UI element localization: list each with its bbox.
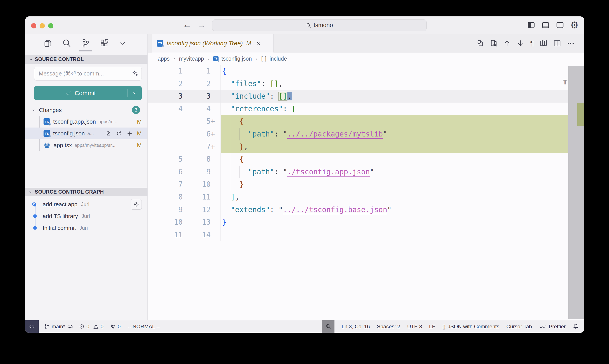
breadcrumb-item[interactable]: apps	[158, 56, 169, 62]
old-line-number[interactable]: 1	[148, 65, 183, 78]
code-line[interactable]: 6+ "path": "../../packages/mytslib"	[148, 128, 568, 141]
code-content[interactable]: {	[220, 115, 568, 128]
code-line[interactable]: 5+ {	[148, 115, 568, 128]
cursor-tab-indicator[interactable]: Cursor Tab	[506, 324, 532, 330]
tab-tsconfig-working-tree[interactable]: TS⚙ tsconfig.json (Working Tree) M	[152, 34, 274, 52]
breadcrumb-item[interactable]: tsconfig.json	[221, 56, 252, 62]
new-line-number[interactable]: 1	[183, 65, 211, 78]
code-content[interactable]: "include": [],	[220, 90, 568, 103]
eol[interactable]: LF	[429, 324, 435, 330]
close-tab-icon[interactable]	[256, 40, 261, 46]
changed-file-row-selected[interactable]: TS⚙ tsconfig.json a... M	[25, 128, 147, 139]
scrollbar[interactable]	[568, 65, 584, 320]
code-line[interactable]: 69 "path": "./tsconfig.app.json"	[148, 166, 568, 178]
new-line-number[interactable]: 9	[183, 166, 211, 178]
remote-indicator[interactable]	[25, 320, 39, 333]
new-line-number[interactable]: 13	[183, 216, 211, 229]
encoding[interactable]: UTF-8	[407, 324, 422, 330]
discard-changes-icon[interactable]	[116, 130, 122, 136]
code-content[interactable]: "references": [	[220, 103, 568, 115]
toggle-secondary-sidebar-icon[interactable]	[556, 21, 564, 29]
old-line-number[interactable]: 3	[148, 90, 183, 103]
new-line-number[interactable]: 3	[183, 90, 211, 103]
cursor-position[interactable]: Ln 3, Col 16	[341, 324, 370, 330]
code-line[interactable]: 7+ },	[148, 141, 568, 153]
old-line-number[interactable]	[148, 115, 183, 128]
changed-file-row[interactable]: TS⚙ tsconfig.app.json apps/m... M	[25, 116, 147, 128]
new-line-number[interactable]: 5+	[183, 115, 211, 128]
commit-row[interactable]: Initial commit Juri	[25, 222, 147, 234]
whitespace-toggle-icon[interactable]: ¶	[530, 40, 534, 47]
formatter-indicator[interactable]: Prettier	[539, 324, 566, 330]
indentation[interactable]: Spaces: 2	[377, 324, 400, 330]
old-line-number[interactable]: 4	[148, 103, 183, 115]
source-control-graph-header[interactable]: SOURCE CONTROL GRAPH	[25, 188, 147, 196]
new-line-number[interactable]: 10	[183, 178, 211, 191]
code-line[interactable]: 912 "extends": "../../tsconfig.base.json…	[148, 203, 568, 216]
minimize-window-button[interactable]	[39, 23, 45, 28]
search-view-icon[interactable]	[62, 39, 72, 48]
more-actions-icon[interactable]	[567, 39, 575, 47]
code-line[interactable]: 1114	[148, 229, 568, 241]
commit-dropdown-button[interactable]	[128, 91, 142, 96]
old-line-number[interactable]: 8	[148, 191, 183, 203]
code-content[interactable]: }	[220, 216, 568, 229]
changed-file-row[interactable]: app.tsx apps/myviteapp/sr... M	[25, 139, 147, 151]
maximize-window-button[interactable]	[48, 23, 53, 28]
zoom-indicator[interactable]	[322, 320, 335, 333]
new-line-number[interactable]: 7+	[183, 141, 211, 153]
old-line-number[interactable]: 9	[148, 203, 183, 216]
open-changes-icon[interactable]	[476, 39, 484, 47]
extensions-icon[interactable]	[100, 39, 109, 48]
new-line-number[interactable]: 8	[183, 153, 211, 166]
code-content[interactable]: ],	[220, 191, 568, 203]
ports-indicator[interactable]: 0	[110, 324, 120, 330]
old-line-number[interactable]: 11	[148, 229, 183, 241]
code-line[interactable]: 1013}	[148, 216, 568, 229]
old-line-number[interactable]: 7	[148, 178, 183, 191]
more-views-chevron-icon[interactable]	[118, 39, 127, 48]
navigate-back-icon[interactable]: ←	[183, 20, 191, 30]
source-control-section-header[interactable]: SOURCE CONTROL	[25, 55, 147, 64]
old-line-number[interactable]	[148, 141, 183, 153]
vim-mode-indicator[interactable]: -- NORMAL --	[128, 324, 160, 330]
changes-header[interactable]: Changes 3	[25, 105, 147, 115]
notifications-bell-icon[interactable]	[573, 324, 579, 329]
open-file-icon[interactable]	[105, 130, 111, 136]
next-change-icon[interactable]	[517, 39, 525, 47]
code-content[interactable]: "path": "../../packages/mytslib"	[220, 128, 568, 141]
language-mode[interactable]: {}JSON with Comments	[442, 324, 499, 330]
sparkle-icon[interactable]	[132, 70, 139, 77]
close-window-button[interactable]	[31, 23, 36, 28]
code-line[interactable]: 44 "references": [	[148, 103, 568, 115]
old-line-number[interactable]	[148, 128, 183, 141]
code-content[interactable]: {	[220, 65, 568, 78]
commit-row[interactable]: add react app Juri	[25, 198, 147, 210]
goto-current-history-item-button[interactable]	[131, 199, 142, 209]
inline-view-toggle-icon[interactable]	[490, 39, 497, 47]
new-line-number[interactable]: 11	[183, 191, 211, 203]
code-content[interactable]: },	[220, 141, 568, 153]
code-content[interactable]: "files": [],	[220, 78, 568, 90]
code-line[interactable]: 11{	[148, 65, 568, 78]
commit-button[interactable]: Commit	[34, 86, 142, 100]
new-line-number[interactable]: 4	[183, 103, 211, 115]
navigate-forward-icon[interactable]: →	[197, 20, 206, 30]
code-line[interactable]: 58 {	[148, 153, 568, 166]
new-line-number[interactable]: 6+	[183, 128, 211, 141]
code-line[interactable]: 710 }	[148, 178, 568, 191]
old-line-number[interactable]: 5	[148, 153, 183, 166]
code-content[interactable]: "path": "./tsconfig.app.json"	[220, 166, 568, 178]
code-line[interactable]: 33 "include": [],	[148, 90, 568, 103]
new-line-number[interactable]: 14	[183, 229, 211, 241]
old-line-number[interactable]: 10	[148, 216, 183, 229]
toggle-primary-sidebar-icon[interactable]	[527, 21, 535, 29]
commit-message-input[interactable]	[34, 67, 142, 80]
problems-indicator[interactable]: 0 0	[79, 324, 104, 330]
explorer-icon[interactable]	[43, 39, 53, 48]
code-content[interactable]	[220, 229, 568, 241]
map-icon[interactable]	[540, 39, 547, 47]
breadcrumb-item[interactable]: myviteapp	[179, 56, 204, 62]
code-content[interactable]: "extends": "../../tsconfig.base.json"	[220, 203, 568, 216]
code-line[interactable]: 811 ],	[148, 191, 568, 203]
